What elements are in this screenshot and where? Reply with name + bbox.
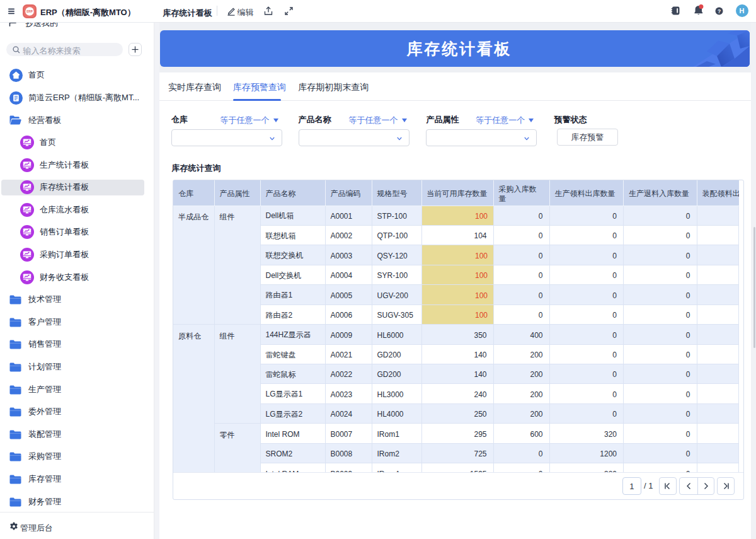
svg-text:?: ? bbox=[718, 8, 721, 14]
svg-text:ERP: ERP bbox=[26, 10, 32, 13]
